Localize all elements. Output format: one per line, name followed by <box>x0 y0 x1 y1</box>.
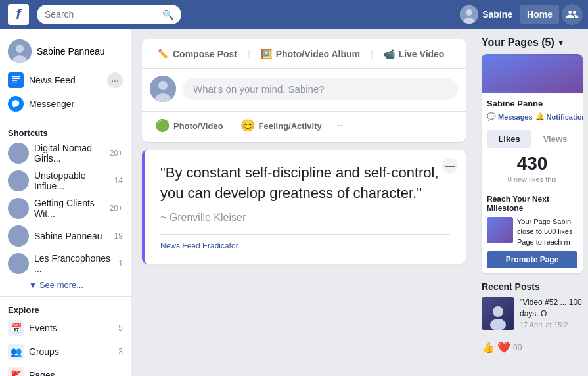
shortcut-item-4[interactable]: Les Francophones ... 1 <box>0 250 131 277</box>
compose-post-tab[interactable]: ✏️ Compose Post <box>150 45 245 63</box>
sidebar-item-news-feed[interactable]: News Feed ··· <box>0 68 131 92</box>
page-notifications-button[interactable]: 🔔 Notifications <box>535 112 583 121</box>
page-name: Sabine Panne <box>487 99 577 108</box>
explore-title: Explore <box>0 301 131 316</box>
shortcut-item-1[interactable]: Unstoppable Influe... 14 <box>0 167 131 195</box>
shortcut-count-1: 14 <box>114 176 123 185</box>
likes-count: 430 <box>482 148 583 176</box>
home-button[interactable]: Home <box>520 5 559 24</box>
composer-user-avatar <box>150 76 176 102</box>
shortcut-item-3[interactable]: Sabine Panneau 19 <box>0 222 131 250</box>
right-sidebar: Your Pages (5) ▼ Sabine Panne <box>476 29 588 376</box>
photo-video-album-tab[interactable]: 🖼️ Photo/Video Album <box>253 45 368 63</box>
page-messages-button[interactable]: 💬 Messages <box>487 112 533 121</box>
feeling-activity-action-button[interactable]: 😊 Feeling/Activity <box>233 114 330 137</box>
reaction-count: 00 <box>513 343 522 352</box>
svg-point-7 <box>158 81 168 90</box>
promote-page-button[interactable]: Promote Page <box>487 251 577 268</box>
milestone-content: Your Page Sabin close to 500 likes Page … <box>487 217 577 247</box>
sidebar-user-profile[interactable]: Sabine Panneau <box>0 34 131 68</box>
notifications-icon: 🔔 <box>535 112 545 121</box>
photo-video-album-icon: 🖼️ <box>261 49 272 59</box>
compose-post-icon: ✏️ <box>158 49 169 59</box>
quote-footer: News Feed Eradicator <box>160 234 450 250</box>
live-video-label: Live Video <box>399 49 445 59</box>
pages-label: Pages <box>29 370 123 376</box>
live-video-tab[interactable]: 📹 Live Video <box>376 45 453 63</box>
people-icon-button[interactable] <box>562 4 583 25</box>
messenger-icon <box>8 96 24 112</box>
recent-post-date: 17 April at 15:2 <box>520 321 583 329</box>
composer-more-button[interactable]: ··· <box>331 114 352 135</box>
views-tab[interactable]: Views <box>533 130 577 148</box>
news-feed-label: News Feed <box>29 75 102 85</box>
milestone-title: Reach Your Next Milestone <box>487 195 577 213</box>
nav-user-name: Sabine <box>482 9 512 20</box>
shortcut-count-3: 19 <box>114 231 123 241</box>
facebook-logo[interactable]: f <box>5 1 32 28</box>
svg-point-12 <box>493 306 503 317</box>
messages-label: Messages <box>498 113 533 121</box>
recent-post-details: "Video #52 ... 100 days. O 17 April at 1… <box>520 297 583 330</box>
notifications-label: Notifications <box>547 113 583 121</box>
messages-icon: 💬 <box>487 112 496 121</box>
events-count: 5 <box>118 323 123 333</box>
search-input[interactable] <box>45 9 162 20</box>
page-actions: 💬 Messages 🔔 Notifications <box>487 112 577 121</box>
tab-divider-1: | <box>248 49 250 59</box>
shortcut-item-0[interactable]: Digital Nomad Girls... 20+ <box>0 139 131 167</box>
shortcut-icon-0 <box>8 143 29 164</box>
shortcut-icon-3 <box>8 225 29 247</box>
shortcut-count-4: 1 <box>118 259 123 268</box>
composer-card: ✏️ Compose Post | 🖼️ Photo/Video Album |… <box>142 39 466 142</box>
main-layout: Sabine Panneau News Feed ··· Messenger S… <box>0 29 588 376</box>
tab-divider-2: | <box>371 49 373 59</box>
main-feed: ✏️ Compose Post | 🖼️ Photo/Video Album |… <box>131 29 476 376</box>
shortcut-label-0: Digital Nomad Girls... <box>34 143 104 164</box>
page-cover-image <box>482 54 583 93</box>
likes-tab[interactable]: Likes <box>487 130 531 148</box>
recent-posts-title: Recent Posts <box>482 281 583 292</box>
quote-collapse-button[interactable]: — <box>442 158 458 174</box>
composer-actions: 🟢 Photo/Video 😊 Feeling/Activity ··· <box>142 111 466 142</box>
shortcut-icon-2 <box>8 198 29 219</box>
svg-point-4 <box>16 45 24 53</box>
user-avatar <box>460 5 478 24</box>
quote-text: "By constant self-discipline and self-co… <box>160 163 450 204</box>
search-icon: 🔍 <box>162 9 173 20</box>
shortcut-item-2[interactable]: Getting Clients Wit... 20+ <box>0 195 131 222</box>
composer-placeholder[interactable]: What's on your mind, Sabine? <box>183 78 458 100</box>
feeling-activity-icon: 😊 <box>240 118 255 133</box>
milestone-image <box>487 217 513 243</box>
sidebar-divider-1 <box>0 120 131 120</box>
shortcut-icon-4 <box>8 253 29 274</box>
svg-rect-9 <box>482 56 583 91</box>
recent-posts-section: Recent Posts <box>482 281 583 354</box>
shortcut-label-4: Les Francophones ... <box>34 253 113 274</box>
sidebar-item-messenger[interactable]: Messenger <box>0 92 131 116</box>
heart-reaction-icon: ❤️ <box>497 341 510 354</box>
top-navigation: f 🔍 Sabine Home <box>0 0 588 29</box>
explore-item-groups[interactable]: 👥 Groups 3 <box>0 340 131 364</box>
photo-video-action-label: Photo/Video <box>173 121 223 131</box>
sidebar-user-avatar <box>8 39 32 63</box>
left-sidebar: Sabine Panneau News Feed ··· Messenger S… <box>0 29 131 376</box>
news-feed-more-button[interactable]: ··· <box>107 72 123 88</box>
search-bar[interactable]: 🔍 <box>37 5 181 24</box>
quote-author: ~ Grenville Kleiser <box>160 212 450 223</box>
milestone-text: Your Page Sabin close to 500 likes Page … <box>517 217 577 247</box>
photo-video-action-button[interactable]: 🟢 Photo/Video <box>147 114 231 137</box>
live-video-icon: 📹 <box>384 49 395 59</box>
groups-count: 3 <box>118 347 123 356</box>
explore-item-pages[interactable]: 🚩 Pages <box>0 364 131 376</box>
events-label: Events <box>29 323 113 333</box>
shortcuts-see-more[interactable]: ▼ See more... <box>0 277 131 293</box>
pages-card: Sabine Panne 💬 Messages 🔔 Notifications … <box>482 54 583 273</box>
nav-user-profile[interactable]: Sabine <box>455 3 518 26</box>
quote-post-card: — "By constant self-discipline and self-… <box>142 150 466 264</box>
pages-icon: 🚩 <box>8 367 24 376</box>
recent-post-item: "Video #52 ... 100 days. O 17 April at 1… <box>482 297 583 330</box>
sidebar-divider-2 <box>0 296 131 297</box>
explore-item-events[interactable]: 📅 Events 5 <box>0 316 131 340</box>
groups-label: Groups <box>29 346 113 357</box>
